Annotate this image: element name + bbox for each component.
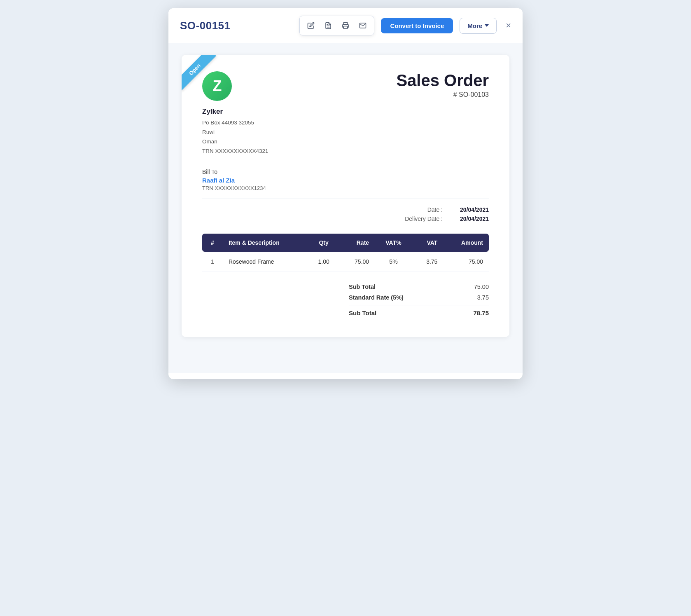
- tax-label: Standard Rate (5%): [349, 294, 404, 301]
- email-button[interactable]: [355, 18, 371, 33]
- bill-to-name: Raafi al Zia: [202, 177, 489, 184]
- status-ribbon: Open: [182, 55, 227, 100]
- ribbon-label: Open: [182, 55, 216, 91]
- date-value: 20/04/2021: [448, 206, 489, 213]
- final-total-row: Sub Total 78.75: [349, 309, 489, 316]
- close-button[interactable]: ×: [506, 21, 511, 30]
- edit-button[interactable]: [303, 18, 319, 33]
- row-amount: 75.00: [443, 252, 489, 272]
- dates-section: Date : 20/04/2021 Delivery Date : 20/04/…: [202, 206, 489, 222]
- row-rate: 75.00: [339, 252, 375, 272]
- print-button[interactable]: [338, 18, 353, 33]
- sub-total-label: Sub Total: [349, 283, 376, 290]
- more-button[interactable]: More: [460, 18, 497, 34]
- col-rate: Rate: [339, 234, 375, 252]
- row-qty: 1.00: [308, 252, 339, 272]
- total-divider: [349, 305, 489, 305]
- row-vat-pct: 5%: [375, 252, 412, 272]
- table-header: # Item & Description Qty Rate VAT% VAT A…: [202, 234, 489, 252]
- modal-container: SO-00151: [168, 8, 523, 379]
- company-name: Zylker: [202, 108, 268, 116]
- row-item: Rosewood Frame: [223, 252, 308, 272]
- date-row: Date : 20/04/2021: [427, 206, 489, 213]
- document-type: Sales Order: [396, 71, 489, 89]
- modal-title: SO-00151: [180, 19, 293, 32]
- modal-body: Open Z Zylker Po Box 44093 32055 Ruwi Om…: [168, 43, 523, 373]
- col-item: Item & Description: [223, 234, 308, 252]
- divider: [202, 199, 489, 199]
- tax-row: Standard Rate (5%) 3.75: [349, 294, 489, 301]
- toolbar-icons: [299, 16, 374, 35]
- document-card: Open Z Zylker Po Box 44093 32055 Ruwi Om…: [182, 55, 509, 337]
- bill-to-label: Bill To: [202, 169, 489, 175]
- tax-value: 3.75: [456, 294, 489, 301]
- modal-header: SO-00151: [168, 8, 523, 43]
- svg-rect-2: [344, 26, 348, 29]
- company-address: Po Box 44093 32055 Ruwi Oman TRN XXXXXXX…: [202, 118, 268, 156]
- final-total-label: Sub Total: [349, 309, 376, 316]
- bill-to-section: Bill To Raafi al Zia TRN XXXXXXXXXXX1234: [202, 169, 489, 191]
- bill-to-trn: TRN XXXXXXXXXXX1234: [202, 185, 489, 191]
- totals-section: Sub Total 75.00 Standard Rate (5%) 3.75 …: [202, 283, 489, 316]
- date-label: Date :: [427, 206, 443, 213]
- row-num: 1: [202, 252, 223, 272]
- items-table: # Item & Description Qty Rate VAT% VAT A…: [202, 234, 489, 272]
- chevron-down-icon: [485, 24, 489, 27]
- col-amount: Amount: [443, 234, 489, 252]
- row-vat: 3.75: [412, 252, 444, 272]
- col-vat-pct: VAT%: [375, 234, 412, 252]
- document-title-section: Sales Order # SO-00103: [396, 71, 489, 98]
- sub-total-value: 75.00: [456, 283, 489, 290]
- sub-total-row: Sub Total 75.00: [349, 283, 489, 290]
- convert-to-invoice-button[interactable]: Convert to Invoice: [381, 18, 453, 33]
- final-total-value: 78.75: [456, 309, 489, 316]
- document-number: # SO-00103: [396, 91, 489, 98]
- delivery-date-value: 20/04/2021: [448, 215, 489, 222]
- delivery-date-label: Delivery Date :: [405, 215, 443, 222]
- delivery-date-row: Delivery Date : 20/04/2021: [405, 215, 489, 222]
- pdf-button[interactable]: [320, 18, 336, 33]
- col-vat: VAT: [412, 234, 444, 252]
- table-row: 1 Rosewood Frame 1.00 75.00 5% 3.75 75.0…: [202, 252, 489, 272]
- col-qty: Qty: [308, 234, 339, 252]
- table-body: 1 Rosewood Frame 1.00 75.00 5% 3.75 75.0…: [202, 252, 489, 272]
- document-top: Z Zylker Po Box 44093 32055 Ruwi Oman TR…: [202, 71, 489, 156]
- col-num: #: [202, 234, 223, 252]
